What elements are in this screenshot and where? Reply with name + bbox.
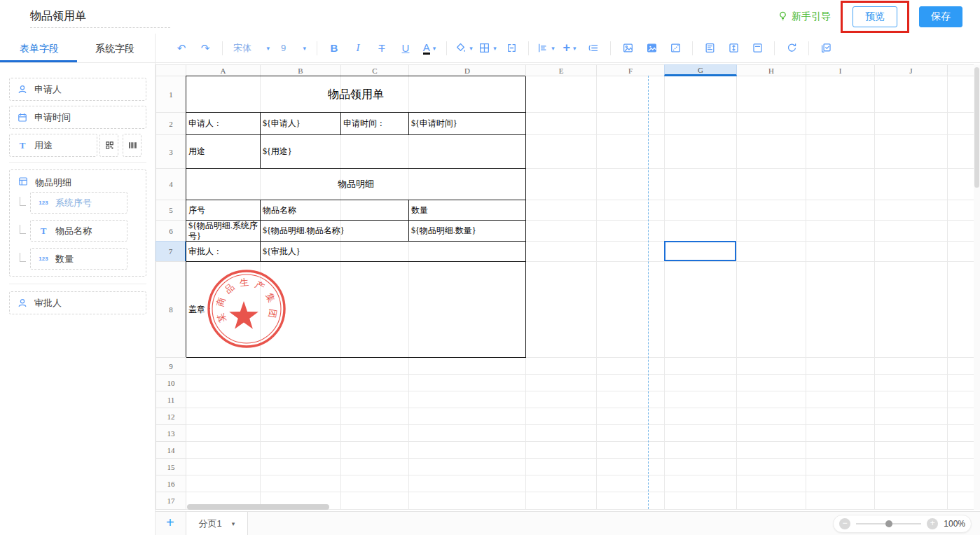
row-header-7-selected[interactable]: 7	[156, 241, 186, 262]
font-size-select[interactable]: 9▾	[278, 39, 309, 58]
row-header-6[interactable]: 6	[156, 220, 186, 242]
column-header-J[interactable]: J	[874, 64, 948, 76]
field-purpose[interactable]: T 用途	[9, 134, 97, 157]
zoom-slider-handle[interactable]	[885, 520, 892, 527]
page-settings-icon[interactable]	[701, 39, 719, 58]
row-header-5[interactable]: 5	[156, 200, 186, 221]
preview-button[interactable]: 预览	[853, 6, 897, 27]
cell-selection-g7[interactable]	[664, 241, 736, 261]
grid-line-h	[186, 492, 974, 492]
fill-color-icon[interactable]: ▾	[455, 39, 473, 58]
save-button[interactable]: 保存	[919, 6, 962, 27]
merge-cells-icon[interactable]	[502, 39, 520, 58]
toolbar-divider	[610, 41, 611, 55]
row-header-3[interactable]: 3	[156, 134, 186, 169]
beginner-guide-link[interactable]: 新手引导	[778, 11, 831, 24]
spreadsheet-canvas[interactable]: ABCDEFHIJG1234567891011121314151617 物品领用…	[156, 63, 980, 511]
svg-text:生: 生	[240, 277, 249, 288]
undo-icon[interactable]: ↶	[172, 39, 191, 58]
column-header-G-selected[interactable]: G	[664, 64, 737, 76]
column-header-B[interactable]: B	[260, 64, 341, 76]
field-serial-number[interactable]: 123 系统序号	[30, 192, 127, 214]
form-cell-a3[interactable]: 用途	[186, 135, 261, 169]
horizontal-scrollbar-thumb[interactable]	[187, 504, 329, 510]
tab-form-fields[interactable]: 表单字段	[20, 34, 59, 63]
vertical-scrollbar-thumb[interactable]	[974, 67, 979, 188]
row-header-9[interactable]: 9	[156, 357, 186, 375]
form-cell-b6[interactable]: ${物品明细.物品名称}	[261, 221, 409, 242]
column-header-D[interactable]: D	[408, 64, 526, 76]
row-header-13[interactable]: 13	[156, 424, 186, 442]
column-header-partial[interactable]	[947, 64, 974, 76]
row-header-15[interactable]: 15	[156, 458, 186, 475]
form-cell-b2[interactable]: ${申请人}	[261, 113, 341, 135]
row-header-17[interactable]: 17	[156, 492, 186, 510]
form-cell-a5[interactable]: 序号	[186, 200, 261, 221]
apply-copy-icon[interactable]	[817, 39, 835, 58]
row-header-11[interactable]: 11	[156, 391, 186, 408]
column-header-E[interactable]: E	[525, 64, 597, 76]
tab-system-fields[interactable]: 系统字段	[95, 34, 134, 63]
zoom-slider-track[interactable]	[856, 523, 921, 524]
field-item-name[interactable]: T 物品名称	[30, 220, 127, 242]
field-applicant[interactable]: 申请人	[9, 78, 146, 101]
field-apply-time[interactable]: 申请时间	[9, 106, 146, 129]
row-header-14[interactable]: 14	[156, 441, 186, 459]
subform-group-items[interactable]: 物品明细 123 系统序号 T 物品名称 123 数量	[9, 169, 146, 277]
borders-icon[interactable]: ▾	[478, 39, 497, 58]
form-cell-a2[interactable]: 申请人：	[186, 113, 261, 135]
font-color-icon[interactable]: A▾	[420, 39, 439, 58]
column-header-I[interactable]: I	[806, 64, 875, 76]
column-header-A[interactable]: A	[186, 64, 261, 76]
column-header-H[interactable]: H	[736, 64, 806, 76]
underline-icon[interactable]: U	[396, 39, 415, 58]
form-title-cell[interactable]: 物品领用单	[186, 76, 526, 113]
field-quantity[interactable]: 123 数量	[30, 248, 127, 270]
align-icon[interactable]: ▾	[537, 39, 555, 58]
form-cell-d2[interactable]: ${申请时间}	[409, 113, 526, 135]
page-title[interactable]: 物品领用单	[30, 9, 86, 24]
barcode-button[interactable]	[123, 134, 142, 157]
form-cell-a7[interactable]: 审批人：	[186, 242, 261, 262]
corner-header[interactable]	[156, 64, 186, 76]
form-cell-b5[interactable]: 物品名称	[261, 200, 409, 221]
form-subtitle-cell[interactable]: 物品明细	[186, 169, 526, 200]
redo-icon[interactable]: ↷	[196, 39, 214, 58]
row-header-10[interactable]: 10	[156, 374, 186, 391]
form-cell-d5[interactable]: 数量	[409, 200, 526, 221]
watermark-icon[interactable]	[666, 39, 684, 58]
field-approver[interactable]: 审批人	[9, 291, 146, 314]
insert-image-icon[interactable]	[619, 39, 637, 58]
italic-icon[interactable]: I	[349, 39, 367, 58]
bold-icon[interactable]: B	[325, 39, 343, 58]
column-header-C[interactable]: C	[340, 64, 409, 76]
sheet-tab-page1[interactable]: 分页1 ▾	[186, 512, 248, 535]
row-header-2[interactable]: 2	[156, 112, 186, 135]
row-height-icon[interactable]	[724, 39, 743, 58]
form-cell-d6[interactable]: ${物品明细.数量}	[409, 221, 526, 242]
lightbulb-icon	[778, 11, 788, 24]
row-header-12[interactable]: 12	[156, 408, 186, 425]
row-header-8[interactable]: 8	[156, 261, 186, 358]
row-header-16[interactable]: 16	[156, 475, 186, 492]
font-select[interactable]: 宋体▾	[230, 39, 272, 58]
company-stamp[interactable]: 某商品生产集团	[205, 267, 289, 351]
zoom-in-button[interactable]: +	[927, 518, 938, 529]
form-cell-c2[interactable]: 申请时间：	[341, 113, 409, 135]
qrcode-button[interactable]	[99, 134, 118, 157]
form-cell-b3[interactable]: ${用途}	[261, 135, 526, 169]
row-header-4[interactable]: 4	[156, 168, 186, 200]
page-size-icon[interactable]	[748, 39, 766, 58]
toolbar-divider	[808, 41, 809, 55]
row-header-1[interactable]: 1	[156, 76, 186, 113]
line-options-icon[interactable]	[584, 39, 602, 58]
column-header-F[interactable]: F	[596, 64, 665, 76]
form-cell-b7[interactable]: ${审批人}	[261, 242, 526, 262]
strikethrough-icon[interactable]: T	[373, 39, 391, 58]
background-image-icon[interactable]	[642, 39, 661, 58]
insert-icon[interactable]: +▾	[560, 39, 579, 58]
form-cell-a6[interactable]: ${物品明细.系统序号}	[186, 221, 261, 242]
add-sheet-button[interactable]: +	[166, 515, 174, 531]
refresh-icon[interactable]	[782, 39, 801, 58]
zoom-out-button[interactable]: −	[839, 518, 850, 529]
